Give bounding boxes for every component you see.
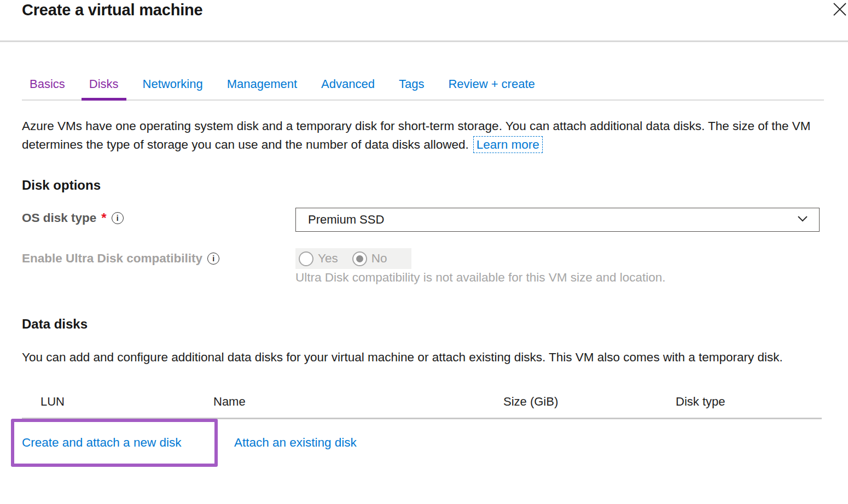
data-disks-heading: Data disks (22, 317, 88, 332)
column-header-name: Name (213, 395, 246, 409)
required-marker: * (101, 210, 106, 226)
tab-review-create[interactable]: Review + create (440, 76, 542, 101)
create-and-attach-new-disk-link[interactable]: Create and attach a new disk (22, 436, 181, 450)
chevron-down-icon (796, 212, 809, 227)
disk-options-heading: Disk options (22, 178, 101, 193)
info-icon[interactable] (112, 212, 124, 224)
radio-selected-icon (352, 251, 367, 266)
data-disks-table-header: LUN Name Size (GiB) Disk type (0, 395, 848, 411)
create-vm-dialog: Create a virtual machine Basics Disks Ne… (0, 0, 848, 504)
column-header-disk-type: Disk type (676, 395, 725, 409)
attach-existing-disk-link[interactable]: Attach an existing disk (234, 436, 357, 450)
os-disk-type-label-row: OS disk type * (22, 210, 124, 226)
radio-label-no: No (371, 251, 387, 266)
ultra-disk-label-row: Enable Ultra Disk compatibility (22, 251, 219, 266)
close-button[interactable] (832, 2, 848, 19)
radio-label-yes: Yes (318, 251, 338, 266)
page-title: Create a virtual machine (22, 1, 202, 19)
os-disk-type-select[interactable]: Premium SSD (295, 208, 820, 232)
tab-management[interactable]: Management (219, 76, 305, 101)
tab-disks[interactable]: Disks (82, 76, 126, 101)
os-disk-type-value: Premium SSD (308, 213, 796, 227)
wizard-tab-bar: Basics Disks Networking Management Advan… (22, 76, 824, 101)
intro-paragraph: Azure VMs have one operating system disk… (22, 117, 830, 154)
tab-advanced[interactable]: Advanced (313, 76, 382, 101)
intro-text: Azure VMs have one operating system disk… (22, 119, 811, 151)
column-header-lun: LUN (40, 395, 65, 409)
ultra-disk-help-text: Ultra Disk compatibility is not availabl… (295, 271, 666, 285)
ultra-disk-label: Enable Ultra Disk compatibility (22, 251, 202, 266)
data-disks-description: You can add and configure additional dat… (22, 348, 821, 367)
ultra-disk-radio-group: Yes No (295, 248, 411, 269)
table-header-divider (22, 418, 822, 419)
info-icon[interactable] (207, 253, 219, 265)
radio-unselected-icon (299, 251, 313, 266)
tab-networking[interactable]: Networking (135, 76, 211, 101)
ultra-disk-option-no[interactable]: No (352, 251, 387, 266)
column-header-size: Size (GiB) (503, 395, 558, 409)
tab-tags[interactable]: Tags (391, 76, 432, 101)
ultra-disk-option-yes[interactable]: Yes (299, 251, 338, 266)
learn-more-link[interactable]: Learn more (473, 136, 543, 153)
close-icon (833, 2, 847, 19)
os-disk-type-label: OS disk type (22, 211, 96, 225)
tab-basics[interactable]: Basics (22, 76, 73, 101)
header-divider (0, 40, 848, 42)
